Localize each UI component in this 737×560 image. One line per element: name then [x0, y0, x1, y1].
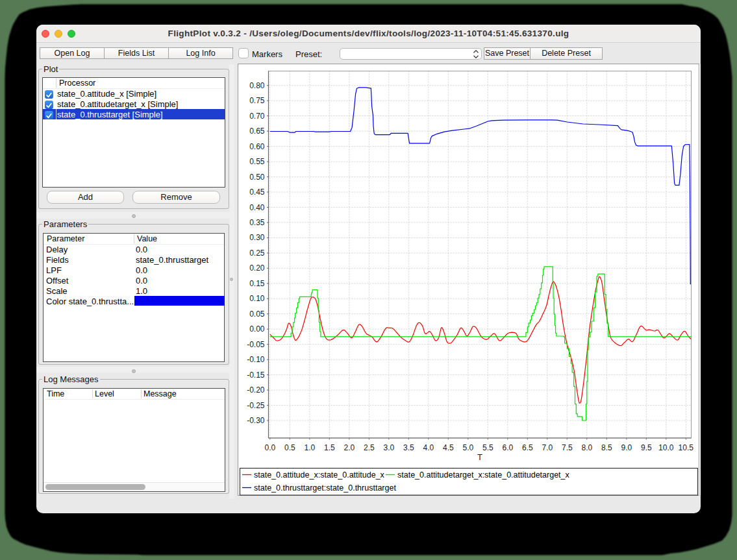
svg-text:4.0: 4.0	[423, 443, 434, 452]
svg-text:6.0: 6.0	[502, 443, 513, 452]
svg-text:2.0: 2.0	[344, 443, 355, 452]
svg-text:0.20: 0.20	[249, 263, 265, 273]
svg-text:3.0: 3.0	[383, 443, 394, 452]
svg-text:0.60: 0.60	[249, 142, 265, 151]
svg-text:9.0: 9.0	[621, 443, 632, 452]
svg-text:state_0.attitudetarget_x:state: state_0.attitudetarget_x:state_0.attitud…	[397, 470, 570, 480]
svg-text:0.45: 0.45	[249, 188, 265, 197]
svg-text:6.5: 6.5	[522, 443, 533, 452]
svg-text:-0.15: -0.15	[247, 371, 265, 380]
svg-text:0.65: 0.65	[249, 127, 265, 136]
svg-text:state_0.attitude_x:state_0.att: state_0.attitude_x:state_0.attitude_x	[254, 470, 385, 480]
svg-text:0.0: 0.0	[264, 443, 275, 452]
svg-text:0.5: 0.5	[284, 443, 295, 452]
svg-text:T: T	[477, 452, 482, 462]
svg-text:0.75: 0.75	[249, 96, 265, 105]
svg-text:state_0.thrusttarget:state_0.t: state_0.thrusttarget:state_0.thrusttarge…	[254, 483, 396, 493]
svg-text:-0.10: -0.10	[247, 355, 265, 364]
svg-text:9.5: 9.5	[641, 443, 652, 452]
svg-text:2.5: 2.5	[364, 443, 375, 452]
svg-text:0.55: 0.55	[249, 157, 265, 166]
svg-text:4.5: 4.5	[443, 443, 454, 452]
svg-text:0.10: 0.10	[249, 294, 265, 303]
svg-text:3.5: 3.5	[403, 443, 414, 452]
svg-text:0.05: 0.05	[249, 310, 265, 319]
svg-text:0.80: 0.80	[249, 81, 265, 90]
svg-text:0.70: 0.70	[249, 112, 265, 121]
svg-text:0.00: 0.00	[249, 324, 265, 334]
svg-text:-0.05: -0.05	[247, 340, 265, 349]
svg-text:1.0: 1.0	[304, 443, 315, 452]
svg-text:8.0: 8.0	[581, 443, 592, 452]
svg-text:5.0: 5.0	[462, 443, 473, 452]
svg-text:-0.25: -0.25	[247, 401, 265, 410]
svg-text:0.30: 0.30	[249, 233, 265, 242]
svg-text:8.5: 8.5	[601, 443, 612, 452]
svg-text:0.25: 0.25	[249, 249, 265, 258]
svg-text:0.15: 0.15	[249, 279, 265, 288]
svg-text:0.40: 0.40	[249, 203, 265, 212]
svg-text:0.35: 0.35	[249, 218, 265, 227]
svg-text:1.5: 1.5	[324, 443, 335, 452]
svg-text:7.5: 7.5	[562, 443, 573, 452]
svg-text:-0.30: -0.30	[247, 416, 265, 425]
svg-text:10.0: 10.0	[658, 443, 674, 452]
svg-text:7.0: 7.0	[542, 443, 553, 452]
svg-text:0.50: 0.50	[249, 173, 265, 182]
svg-text:10.5: 10.5	[679, 443, 694, 452]
svg-text:5.5: 5.5	[482, 443, 493, 452]
svg-text:-0.20: -0.20	[247, 385, 265, 395]
